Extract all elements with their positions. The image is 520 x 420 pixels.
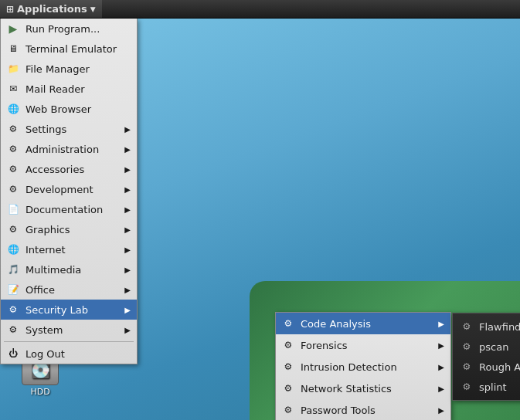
- security-lab-icon: ⚙: [7, 303, 19, 316]
- submenu-item-splint[interactable]: ⚙ splint: [453, 377, 520, 397]
- applications-menu-button[interactable]: ⊞ Applications ▼: [0, 0, 102, 18]
- submenu-item-pscan[interactable]: ⚙ pscan: [453, 337, 520, 357]
- menu-item-settings-label: Settings: [25, 124, 118, 135]
- code-analysis-submenu-panel: ⚙ Flawfinder ⚙ pscan ⚙ Rough Auditing To…: [452, 313, 520, 401]
- submenu-item-forensics-label: Forensics: [301, 340, 432, 351]
- menu-item-office[interactable]: 📝 Office ▶: [1, 279, 137, 300]
- accessories-icon: ⚙: [7, 163, 19, 175]
- terminal-icon: 🖥: [7, 42, 19, 55]
- administration-arrow: ▶: [124, 145, 131, 154]
- menu-item-run-program-label: Run Program...: [25, 23, 131, 35]
- menu-item-documentation-label: Documentation: [25, 204, 118, 215]
- flawfinder-icon: ⚙: [461, 320, 473, 333]
- code-analysis-icon: ⚙: [282, 317, 294, 330]
- submenu-item-network-statistics-label: Network Statistics: [301, 383, 432, 395]
- security-lab-arrow: ▶: [124, 306, 131, 314]
- file-manager-icon: 📁: [7, 63, 19, 75]
- menu-item-development[interactable]: ⚙ Development ▶: [1, 179, 137, 199]
- menu-item-office-label: Office: [25, 284, 118, 296]
- menu-item-web-browser[interactable]: 🌐 Web Browser: [1, 99, 137, 119]
- system-arrow: ▶: [124, 326, 131, 334]
- multimedia-arrow: ▶: [124, 266, 131, 274]
- development-icon: ⚙: [7, 183, 19, 195]
- applications-arrow: ▼: [90, 5, 96, 13]
- forensics-arrow: ▶: [438, 341, 444, 350]
- submenu-item-rough-auditing-label: Rough Auditing Tool for Security: [479, 361, 520, 373]
- submenu-item-intrusion-detection[interactable]: ⚙ Intrusion Detection ▶: [276, 356, 450, 378]
- applications-label: Applications: [17, 3, 87, 15]
- menu-item-log-out[interactable]: ⏻ Log Out: [1, 344, 137, 364]
- documentation-icon: 📄: [7, 203, 19, 215]
- menu-item-multimedia[interactable]: 🎵 Multimedia ▶: [1, 259, 137, 279]
- network-statistics-arrow: ▶: [438, 384, 444, 393]
- menu-item-terminal[interactable]: 🖥 Terminal Emulator: [1, 39, 137, 59]
- menu-item-mail-reader-label: Mail Reader: [25, 83, 131, 95]
- applications-menu: ▶ Run Program... 🖥 Terminal Emulator 📁 F…: [0, 19, 138, 364]
- submenu-item-intrusion-detection-label: Intrusion Detection: [301, 361, 432, 373]
- menu-item-security-lab-label: Security Lab: [25, 304, 118, 316]
- hdd-label: HDD: [30, 387, 49, 397]
- code-analysis-arrow: ▶: [438, 320, 444, 328]
- office-icon: 📝: [7, 283, 19, 296]
- main-menu-panel: ▶ Run Program... 🖥 Terminal Emulator 📁 F…: [0, 19, 138, 364]
- menu-item-security-lab[interactable]: ⚙ Security Lab ▶: [1, 300, 137, 320]
- menu-item-mail-reader[interactable]: ✉ Mail Reader: [1, 79, 137, 99]
- menu-item-terminal-label: Terminal Emulator: [25, 43, 131, 55]
- submenu-item-code-analysis-label: Code Analysis: [301, 318, 432, 330]
- internet-arrow: ▶: [124, 246, 131, 254]
- menu-item-file-manager[interactable]: 📁 File Manager: [1, 59, 137, 79]
- documentation-arrow: ▶: [124, 205, 131, 214]
- menu-item-system[interactable]: ⚙ System ▶: [1, 320, 137, 340]
- menu-item-accessories[interactable]: ⚙ Accessories ▶: [1, 159, 137, 179]
- menu-item-development-label: Development: [25, 184, 118, 195]
- splint-icon: ⚙: [461, 381, 473, 393]
- settings-arrow: ▶: [124, 125, 131, 134]
- menu-item-accessories-label: Accessories: [25, 164, 118, 175]
- menu-separator: [4, 341, 134, 342]
- submenu-item-flawfinder[interactable]: ⚙ Flawfinder: [453, 317, 520, 337]
- security-lab-submenu-panel: ⚙ Code Analysis ▶ ⚙ Forensics ▶ ⚙ Intrus…: [275, 312, 451, 420]
- pscan-icon: ⚙: [461, 340, 473, 353]
- rough-auditing-icon: ⚙: [461, 361, 473, 373]
- submenu-item-splint-label: splint: [479, 381, 520, 393]
- menu-item-graphics-label: Graphics: [25, 224, 118, 235]
- accessories-arrow: ▶: [124, 165, 131, 174]
- intrusion-detection-arrow: ▶: [438, 363, 444, 371]
- taskbar: ⊞ Applications ▼: [0, 0, 520, 19]
- menu-item-internet[interactable]: 🌐 Internet ▶: [1, 239, 137, 259]
- multimedia-icon: 🎵: [7, 263, 19, 276]
- log-out-icon: ⏻: [7, 347, 19, 360]
- submenu-item-password-tools[interactable]: ⚙ Password Tools ▶: [276, 399, 450, 420]
- menu-item-log-out-label: Log Out: [25, 348, 131, 360]
- menu-item-system-label: System: [25, 324, 118, 336]
- menu-item-run-program[interactable]: ▶ Run Program...: [1, 19, 137, 39]
- internet-icon: 🌐: [7, 243, 19, 256]
- settings-icon: ⚙: [7, 123, 19, 135]
- intrusion-detection-icon: ⚙: [282, 361, 294, 373]
- menu-item-multimedia-label: Multimedia: [25, 264, 118, 276]
- password-tools-arrow: ▶: [438, 406, 444, 415]
- menu-item-documentation[interactable]: 📄 Documentation ▶: [1, 199, 137, 219]
- administration-icon: ⚙: [7, 143, 19, 155]
- menu-item-settings[interactable]: ⚙ Settings ▶: [1, 119, 137, 139]
- submenu-item-rough-auditing[interactable]: ⚙ Rough Auditing Tool for Security: [453, 357, 520, 377]
- menu-item-internet-label: Internet: [25, 244, 118, 256]
- graphics-arrow: ▶: [124, 225, 131, 234]
- menu-item-web-browser-label: Web Browser: [25, 103, 131, 115]
- menu-item-administration[interactable]: ⚙ Administration ▶: [1, 139, 137, 159]
- submenu-item-forensics[interactable]: ⚙ Forensics ▶: [276, 334, 450, 356]
- forensics-icon: ⚙: [282, 339, 294, 351]
- mail-reader-icon: ✉: [7, 83, 19, 95]
- run-program-icon: ▶: [7, 22, 19, 35]
- submenu-item-password-tools-label: Password Tools: [301, 405, 432, 416]
- submenu-item-code-analysis[interactable]: ⚙ Code Analysis ▶: [276, 313, 450, 334]
- submenu-item-flawfinder-label: Flawfinder: [479, 321, 520, 333]
- menu-item-graphics[interactable]: ⚙ Graphics ▶: [1, 219, 137, 239]
- password-tools-icon: ⚙: [282, 404, 294, 416]
- menu-item-administration-label: Administration: [25, 144, 118, 155]
- menu-item-file-manager-label: File Manager: [25, 63, 131, 75]
- submenu-item-network-statistics[interactable]: ⚙ Network Statistics ▶: [276, 378, 450, 399]
- system-icon: ⚙: [7, 323, 19, 336]
- office-arrow: ▶: [124, 286, 131, 294]
- web-browser-icon: 🌐: [7, 103, 19, 115]
